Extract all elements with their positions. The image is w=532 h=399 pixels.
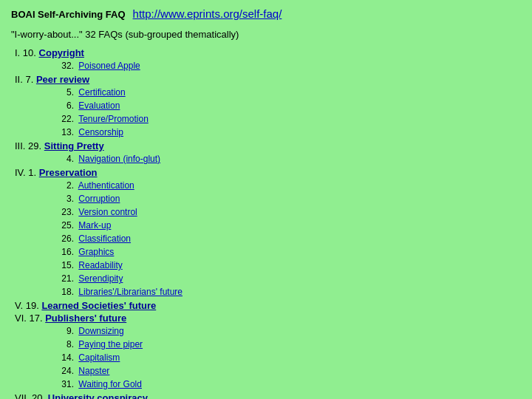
list-item: 15. Readability (55, 259, 521, 272)
section-roman: VI. 17. (15, 313, 43, 324)
item-number: 5. (55, 86, 74, 99)
list-item: 5. Certification (55, 86, 521, 99)
item-number: 31. (55, 378, 74, 391)
item-link[interactable]: Graphics (78, 247, 114, 257)
section-header-iii: III. 29. Sitting Pretty (15, 140, 521, 151)
list-item: 9. Downsizing (55, 324, 521, 338)
sections-container: I. 10. Copyright32. Poisoned AppleII. 7.… (11, 47, 521, 399)
section-link-vii[interactable]: University conspiracy (48, 392, 148, 399)
section-iv: IV. 1. Preservation2. Authentication3. C… (15, 167, 521, 299)
page-subtitle: "I-worry-about..." 32 FAQs (sub-grouped … (11, 29, 521, 40)
list-item: 31. Waiting for Gold (55, 378, 521, 391)
list-item: 22. Tenure/Promotion (55, 112, 521, 126)
section-link-iv[interactable]: Preservation (39, 167, 98, 178)
section-link-i[interactable]: Copyright (39, 47, 84, 58)
item-link[interactable]: Capitalism (78, 352, 120, 363)
item-number: 22. (55, 112, 74, 126)
section-vii: VII. 20. University conspiracy30. Rechan… (15, 392, 521, 399)
section-ii: II. 7. Peer review5. Certification6. Eva… (15, 74, 521, 139)
section-header-vi: VI. 17. Publishers' future (15, 313, 521, 324)
list-item: 21. Serendipity (55, 272, 521, 285)
list-item: 8. Paying the piper (55, 338, 521, 351)
section-iii: III. 29. Sitting Pretty4. Navigation (in… (15, 140, 521, 166)
list-item: 32. Poisoned Apple (55, 59, 521, 72)
item-number: 9. (55, 324, 74, 338)
section-header-i: I. 10. Copyright (15, 47, 521, 58)
section-items-ii: 5. Certification6. Evaluation22. Tenure/… (55, 86, 521, 139)
item-link[interactable]: Classification (78, 233, 131, 244)
section-roman: I. 10. (15, 47, 36, 58)
item-number: 23. (55, 205, 74, 219)
page-header: BOAI Self-Archiving FAQ http://www.eprin… (11, 7, 521, 20)
section-header-v: V. 19. Learned Societies' future (15, 300, 521, 311)
section-items-iii: 4. Navigation (info-glut) (55, 152, 521, 166)
list-item: 26. Classification (55, 232, 521, 245)
section-roman: II. 7. (15, 74, 33, 85)
item-link[interactable]: Certification (78, 87, 125, 98)
section-items-iv: 2. Authentication3. Corruption23. Versio… (55, 179, 521, 299)
item-number: 32. (55, 59, 74, 72)
section-link-vi[interactable]: Publishers' future (45, 313, 126, 324)
section-v: V. 19. Learned Societies' future (15, 300, 521, 311)
list-item: 13. Censorship (55, 126, 521, 139)
section-items-i: 32. Poisoned Apple (55, 59, 521, 72)
item-link[interactable]: Serendipity (78, 273, 123, 284)
item-link[interactable]: Paying the piper (78, 339, 143, 349)
section-header-vii: VII. 20. University conspiracy (15, 392, 521, 399)
item-link[interactable]: Downsizing (78, 326, 123, 336)
list-item: 25. Mark-up (55, 219, 521, 232)
page-title: BOAI Self-Archiving FAQ (11, 9, 126, 20)
list-item: 2. Authentication (55, 179, 521, 192)
section-link-v[interactable]: Learned Societies' future (41, 300, 156, 311)
list-item: 4. Navigation (info-glut) (55, 152, 521, 166)
item-number: 13. (55, 126, 74, 139)
section-vi: VI. 17. Publishers' future9. Downsizing8… (15, 313, 521, 391)
section-link-iii[interactable]: Sitting Pretty (44, 140, 104, 151)
item-link[interactable]: Readability (78, 260, 122, 270)
item-link[interactable]: Evaluation (78, 100, 120, 111)
item-number: 2. (55, 179, 74, 192)
section-link-ii[interactable]: Peer review (36, 74, 89, 85)
item-link[interactable]: Corruption (78, 194, 120, 204)
item-number: 3. (55, 192, 74, 205)
item-number: 6. (55, 99, 74, 112)
item-number: 24. (55, 364, 74, 378)
item-number: 26. (55, 232, 74, 245)
item-link[interactable]: Censorship (78, 127, 123, 137)
section-roman: IV. 1. (15, 167, 36, 178)
list-item: 16. Graphics (55, 245, 521, 259)
item-link[interactable]: Poisoned Apple (78, 61, 140, 71)
section-roman: V. 19. (15, 300, 39, 311)
header-url-link[interactable]: http://www.eprints.org/self-faq/ (133, 7, 282, 20)
item-number: 16. (55, 245, 74, 259)
section-header-iv: IV. 1. Preservation (15, 167, 521, 178)
list-item: 18. Libraries'/Librarians' future (55, 285, 521, 299)
list-item: 3. Corruption (55, 192, 521, 205)
item-number: 15. (55, 259, 74, 272)
item-number: 21. (55, 272, 74, 285)
section-roman: VII. 20. (15, 392, 45, 399)
item-link[interactable]: Tenure/Promotion (78, 114, 149, 124)
section-roman: III. 29. (15, 140, 41, 151)
item-link[interactable]: Libraries'/Librarians' future (78, 287, 183, 297)
section-items-vi: 9. Downsizing8. Paying the piper14. Capi… (55, 324, 521, 391)
item-link[interactable]: Napster (78, 366, 109, 376)
item-number: 18. (55, 285, 74, 299)
list-item: 24. Napster (55, 364, 521, 378)
item-link[interactable]: Navigation (info-glut) (78, 154, 160, 164)
item-number: 25. (55, 219, 74, 232)
item-link[interactable]: Waiting for Gold (78, 379, 142, 389)
item-number: 8. (55, 338, 74, 351)
list-item: 23. Version control (55, 205, 521, 219)
item-number: 14. (55, 351, 74, 364)
list-item: 6. Evaluation (55, 99, 521, 112)
list-item: 14. Capitalism (55, 351, 521, 364)
item-link[interactable]: Authentication (78, 180, 134, 191)
section-header-ii: II. 7. Peer review (15, 74, 521, 85)
item-link[interactable]: Mark-up (78, 220, 111, 231)
section-i: I. 10. Copyright32. Poisoned Apple (15, 47, 521, 72)
item-link[interactable]: Version control (78, 207, 137, 217)
item-number: 4. (55, 152, 74, 166)
